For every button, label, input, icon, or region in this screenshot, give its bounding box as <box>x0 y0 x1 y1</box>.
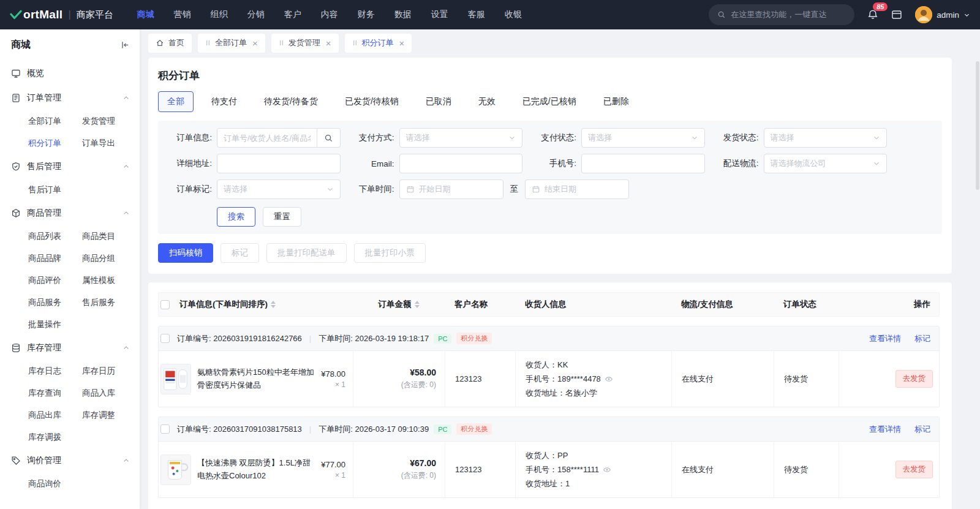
vertical-scrollbar[interactable] <box>976 61 979 507</box>
nav-item-商城[interactable]: 商城 <box>128 6 164 24</box>
nav-item-内容[interactable]: 内容 <box>312 6 347 24</box>
nav-item-客服[interactable]: 客服 <box>459 6 494 24</box>
sidebar-item-库存调整[interactable]: 库存调整 <box>82 404 140 426</box>
status-tab-待发货/待备货[interactable]: 待发货/待备货 <box>255 91 327 112</box>
search-button[interactable]: 搜索 <box>217 207 255 227</box>
nav-item-收银[interactable]: 收银 <box>496 6 531 24</box>
status-tab-待支付[interactable]: 待支付 <box>202 91 246 112</box>
status-tab-已删除[interactable]: 已删除 <box>594 91 638 112</box>
tab-close-icon[interactable]: × <box>399 39 405 48</box>
tab-积分订单[interactable]: 积分订单× <box>345 34 412 53</box>
amount-cell: ¥67.00(含运费: 0) <box>353 442 445 497</box>
sidebar-item-售后订单[interactable]: 售后订单 <box>28 179 82 201</box>
sidebar-item-库存调拨[interactable]: 库存调拨 <box>28 426 82 448</box>
sidebar-group-售后管理[interactable]: 售后管理 <box>0 154 140 179</box>
product-price: ¥78.00 <box>321 369 345 379</box>
nav-item-营销[interactable]: 营销 <box>165 6 200 24</box>
sort-icon[interactable] <box>271 301 276 308</box>
phone-input[interactable] <box>581 154 705 173</box>
scrollbar-thumb[interactable] <box>976 61 979 190</box>
tab-首页[interactable]: 首页 <box>148 34 192 53</box>
nav-item-财务[interactable]: 财务 <box>349 6 384 24</box>
sidebar-item-商品服务[interactable]: 商品服务 <box>28 292 82 314</box>
status-tab-全部[interactable]: 全部 <box>158 91 194 112</box>
mark-link[interactable]: 标记 <box>914 424 930 435</box>
nav-item-组织[interactable]: 组织 <box>202 6 237 24</box>
sidebar-item-商品评价[interactable]: 商品评价 <box>28 270 82 292</box>
order-select-checkbox[interactable] <box>160 334 170 343</box>
status-tab-无效[interactable]: 无效 <box>469 91 505 112</box>
logistics-select[interactable]: 请选择物流公司 <box>764 154 888 173</box>
pay-status-select[interactable]: 请选择 <box>581 128 705 148</box>
ship-order-button[interactable]: 去发货 <box>895 370 933 388</box>
user-menu[interactable]: admin <box>915 6 970 23</box>
avatar <box>915 6 932 23</box>
eye-icon[interactable] <box>605 375 613 383</box>
sidebar-item-积分订单[interactable]: 积分订单 <box>28 132 82 154</box>
sidebar-group-订单管理[interactable]: 订单管理 <box>0 86 140 110</box>
nav-item-数据[interactable]: 数据 <box>385 6 421 24</box>
payment-method: 在线支付 <box>671 442 774 497</box>
filter-order-info: 订单信息: <box>167 128 341 148</box>
address-input[interactable] <box>217 154 341 173</box>
sidebar-item-属性模板[interactable]: 属性模板 <box>82 270 140 292</box>
calendar-icon <box>406 185 415 194</box>
sidebar-item-商品列表[interactable]: 商品列表 <box>28 225 82 247</box>
notifications-button[interactable]: 85 <box>867 9 878 20</box>
eye-icon[interactable] <box>603 466 611 474</box>
email-input[interactable] <box>399 154 523 173</box>
select-all-checkbox[interactable] <box>160 300 170 309</box>
status-tab-已完成/已核销[interactable]: 已完成/已核销 <box>513 91 586 112</box>
sidebar-item-商品品牌[interactable]: 商品品牌 <box>28 247 82 270</box>
order-mark-select[interactable]: 请选择 <box>217 179 341 199</box>
tab-发货管理[interactable]: 发货管理× <box>271 34 339 53</box>
sidebar-group-库存管理[interactable]: 库存管理 <box>0 336 140 360</box>
filter-email: Email: <box>349 154 523 173</box>
sidebar-item-商品分组[interactable]: 商品分组 <box>82 247 140 270</box>
sort-icon[interactable] <box>415 301 420 308</box>
nav-item-设置[interactable]: 设置 <box>422 6 458 24</box>
start-date-input[interactable]: 开始日期 <box>399 179 503 199</box>
workbench-button[interactable] <box>891 9 902 20</box>
mark-link[interactable]: 标记 <box>914 333 930 344</box>
action-button-批量打印小票[interactable]: 批量打印小票 <box>354 243 426 263</box>
nav-item-分销[interactable]: 分销 <box>238 6 274 24</box>
sidebar-group-询价管理[interactable]: 询价管理 <box>0 448 140 473</box>
action-button-批量打印配送单[interactable]: 批量打印配送单 <box>266 243 347 263</box>
sidebar-item-库存日志[interactable]: 库存日志 <box>28 360 82 382</box>
global-search-input[interactable]: 在这里查找功能，一键直达 <box>709 4 854 25</box>
nav-item-客户[interactable]: 客户 <box>275 6 311 24</box>
sidebar-item-商品类目[interactable]: 商品类目 <box>82 225 140 247</box>
status-tab-已发货/待核销[interactable]: 已发货/待核销 <box>336 91 408 112</box>
reset-button[interactable]: 重置 <box>263 207 301 227</box>
sidebar-item-全部订单[interactable]: 全部订单 <box>28 110 82 132</box>
ship-status-select[interactable]: 请选择 <box>764 128 888 148</box>
view-detail-link[interactable]: 查看详情 <box>869 333 901 344</box>
status-tab-已取消[interactable]: 已取消 <box>417 91 461 112</box>
sidebar-item-订单导出[interactable]: 订单导出 <box>82 132 140 154</box>
order-info-search-button[interactable] <box>317 128 341 148</box>
sidebar-item-售后服务[interactable]: 售后服务 <box>82 292 140 314</box>
end-date-input[interactable]: 结束日期 <box>525 179 629 199</box>
sidebar-group-概览[interactable]: 概览 <box>0 61 140 86</box>
sidebar-item-库存日历[interactable]: 库存日历 <box>82 360 140 382</box>
sidebar-item-发货管理[interactable]: 发货管理 <box>82 110 140 132</box>
action-button-标记[interactable]: 标记 <box>221 243 259 263</box>
tab-close-icon[interactable]: × <box>252 39 258 48</box>
sidebar-group-商品管理[interactable]: 商品管理 <box>0 201 140 225</box>
order-table-card: 订单信息(下单时间排序)订单金额客户名称收货人信息物流/支付信息订单状态操作 订… <box>148 282 952 509</box>
order-select-checkbox[interactable] <box>160 424 170 434</box>
sidebar-item-库存查询[interactable]: 库存查询 <box>28 382 82 404</box>
pay-method-select[interactable]: 请选择 <box>399 128 523 148</box>
sidebar-item-批量操作[interactable]: 批量操作 <box>28 314 82 336</box>
action-button-扫码核销[interactable]: 扫码核销 <box>158 243 213 263</box>
sidebar-collapse-icon[interactable] <box>121 40 130 50</box>
tab-全部订单[interactable]: 全部订单× <box>198 34 265 53</box>
sidebar-item-商品询价[interactable]: 商品询价 <box>28 473 82 495</box>
sidebar-item-商品出库[interactable]: 商品出库 <box>28 404 82 426</box>
ship-order-button[interactable]: 去发货 <box>895 461 933 478</box>
order-info-input[interactable] <box>217 128 317 148</box>
view-detail-link[interactable]: 查看详情 <box>869 424 901 435</box>
tab-close-icon[interactable]: × <box>326 39 331 48</box>
sidebar-item-商品入库[interactable]: 商品入库 <box>82 382 140 404</box>
